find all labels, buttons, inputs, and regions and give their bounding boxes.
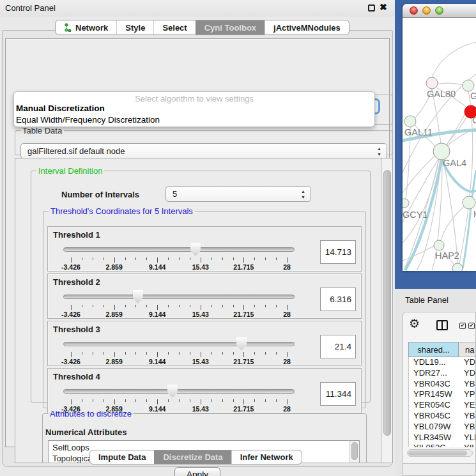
combobox-spinner-icon[interactable]: ▲▼	[377, 146, 381, 157]
tab-label: jActiveMNodules	[273, 23, 341, 33]
tab-label: Style	[125, 23, 145, 33]
network-node-ga[interactable]	[463, 80, 474, 91]
table-row[interactable]: YBR045CYBR0	[409, 411, 476, 422]
threshold-slider[interactable]: -3.4262.8599.14415.4321.71528	[63, 289, 295, 318]
slider-tick-label: 15.43	[192, 311, 209, 318]
algorithm-dropdown-popup: Select algorithm to view settings Manual…	[13, 91, 375, 127]
threshold-value-field[interactable]: 11.344	[320, 382, 356, 406]
table-row[interactable]: YIL052CYIL0	[409, 443, 476, 447]
column-header-1[interactable]: shared...	[408, 342, 459, 357]
tab-select[interactable]: Select	[153, 20, 195, 35]
slider-handle[interactable]	[133, 290, 143, 303]
table-data-group-label: Table Data	[20, 126, 64, 135]
tab-network[interactable]: Network	[56, 20, 116, 35]
slider-tick-label: 21.715	[233, 263, 254, 271]
interval-definition-group: Interval Definition Number of Intervals …	[31, 166, 371, 403]
threshold-slider[interactable]: -3.4262.8599.14415.4321.71528	[63, 337, 295, 365]
table-panel-footer	[403, 463, 475, 476]
slider-tick-label: 2.859	[105, 358, 122, 365]
tab-discretize-data[interactable]: Discretize Data	[154, 450, 231, 464]
network-node-gal11[interactable]	[404, 116, 416, 127]
algorithm-option-manual-discretization[interactable]: Manual Discretization	[14, 103, 374, 114]
scrollbar-thumb[interactable]	[383, 170, 391, 436]
threshold-panel: Threshold 2 -3.4262.8599.14415.4321.7152…	[47, 273, 362, 319]
table-cell: YER0	[459, 400, 476, 411]
select-columns-checkbox-icon[interactable]: ✔	[468, 323, 475, 329]
tab-impute-data[interactable]: Impute Data	[90, 450, 154, 464]
network-node[interactable]	[452, 263, 463, 271]
table-row[interactable]: YPR145WYPR1	[409, 389, 476, 400]
network-icon	[64, 23, 72, 32]
apply-row: Apply	[6, 467, 389, 476]
slider-handle[interactable]	[190, 243, 201, 256]
slider-tick-label: 2.859	[105, 263, 122, 271]
table-row[interactable]: YLR345WYLR3	[409, 433, 476, 443]
network-node-h[interactable]	[463, 196, 475, 209]
tab-infer-network[interactable]: Infer Network	[231, 450, 302, 464]
bottom-tab-bar: Impute DataDiscretize DataInfer Network	[89, 450, 302, 464]
number-of-intervals-combobox[interactable]: 5 ▲▼	[165, 186, 311, 202]
table-row[interactable]: YBL079WYBL0	[409, 422, 476, 433]
threshold-panel: Threshold 3 -3.4262.8599.14415.4321.7152…	[47, 321, 362, 366]
network-view-window: GAL80GACGAL11GAL4GCY1HHAP2	[403, 4, 476, 271]
slider-handle[interactable]	[167, 385, 178, 398]
threshold-slider[interactable]: -3.4262.8599.14415.4321.71528	[63, 242, 295, 270]
network-node-gal80[interactable]	[426, 77, 438, 89]
zoom-traffic-light-icon[interactable]	[435, 6, 443, 15]
tab-jactivemnodules[interactable]: jActiveMNodules	[265, 20, 349, 35]
network-edge[interactable]	[403, 246, 434, 261]
slider-ticks	[71, 399, 287, 404]
tab-cyni-toolbox[interactable]: Cyni Toolbox	[196, 20, 265, 35]
column-header-2[interactable]: na	[459, 342, 476, 357]
table-data-group: Table Data galFiltered.sif default node …	[15, 126, 393, 155]
table-row[interactable]: YDL19...YDL1	[409, 357, 476, 368]
network-node-gcy1[interactable]	[403, 199, 409, 208]
threshold-value-field[interactable]: 6.316	[320, 288, 356, 311]
slider-tick-label: 2.859	[105, 311, 122, 318]
network-graph[interactable]: GAL80GACGAL11GAL4GCY1HHAP2	[403, 18, 476, 271]
attributes-list-scrollbar[interactable]	[349, 441, 359, 463]
apply-button[interactable]: Apply	[174, 467, 220, 476]
close-icon[interactable]: ✖	[380, 2, 387, 12]
settings-gear-icon[interactable]: ⚙	[409, 316, 420, 331]
threshold-value-field[interactable]: 14.713	[320, 240, 356, 264]
table-cell: YDR2	[459, 368, 476, 379]
network-edge[interactable]	[432, 42, 476, 77]
attributes-group-label: Attributes to discretize	[48, 409, 134, 418]
network-node-hap2[interactable]	[434, 240, 444, 250]
slider-tick-label: -3.426	[61, 311, 81, 318]
table-cell: YBR0	[459, 411, 476, 422]
threshold-slider[interactable]: -3.4262.8599.14415.4321.71528	[63, 384, 295, 412]
network-edge[interactable]	[438, 83, 463, 85]
table-horizontal-scrollbar[interactable]	[407, 449, 473, 457]
split-columns-icon[interactable]	[436, 320, 448, 330]
network-canvas[interactable]: GAL80GACGAL11GAL4GCY1HHAP2	[403, 18, 476, 271]
slider-tick-label: 21.715	[233, 358, 254, 365]
table-row[interactable]: YBR043CYBR0	[409, 379, 476, 390]
tab-style[interactable]: Style	[116, 20, 153, 35]
network-edge-highlighted[interactable]	[463, 170, 476, 268]
slider-handle[interactable]	[236, 337, 247, 351]
table-row[interactable]: YDR27...YDR2	[409, 368, 476, 379]
threshold-list: Threshold 1 -3.4262.8599.14415.4321.7152…	[47, 226, 362, 413]
algorithm-option-equal-width-frequency[interactable]: Equal Width/Frequency Discretization	[14, 114, 374, 126]
table-cell: YER054C	[409, 400, 459, 411]
threshold-panel: Threshold 1 -3.4262.8599.14415.4321.7152…	[47, 226, 362, 272]
network-window-titlebar	[403, 4, 476, 18]
slider-tick-label: 28	[283, 358, 291, 365]
select-columns-checkbox-icon[interactable]: ✔	[459, 323, 466, 329]
table-row[interactable]: YER054CYER0	[409, 400, 476, 411]
threshold-value-field[interactable]: 21.4	[320, 335, 356, 358]
table-data-combobox[interactable]: galFiltered.sif default node ▲▼	[20, 143, 387, 159]
scrollbar-thumb[interactable]	[408, 450, 467, 456]
settings-vertical-scrollbar[interactable]	[381, 158, 392, 463]
scrollbar-thumb[interactable]	[351, 442, 358, 460]
slider-ticks	[71, 305, 287, 310]
tab-label: Select	[162, 23, 187, 33]
table-header-row: shared...na	[408, 342, 476, 357]
minimize-traffic-light-icon[interactable]	[422, 6, 431, 15]
slider-tick-label: 28	[283, 263, 291, 271]
close-traffic-light-icon[interactable]	[410, 6, 418, 15]
float-window-icon[interactable]	[368, 4, 375, 12]
combobox-spinner-icon[interactable]: ▲▼	[301, 188, 305, 200]
